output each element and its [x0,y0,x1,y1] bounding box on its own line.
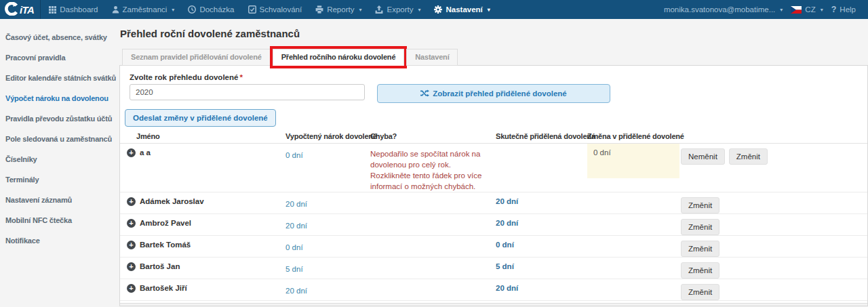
check-icon [248,5,256,14]
year-form: Zvolte rok přehledu dovolené* Zobrazit p [120,66,867,105]
main-content: Přehled roční dovolené zaměstnanců Sezna… [119,19,868,307]
error-text: Nepodařilo se spočítat nárok na dovoleno… [370,144,496,192]
year-input[interactable] [130,84,365,100]
expand-row-icon[interactable]: + [127,306,136,306]
employee-name: Bartek Tomáš [140,241,191,249]
sidebar-item-employee-fields[interactable]: Pole sledovaná u zaměstnanců [0,129,119,149]
row-buttons: NeměnitZměnit [681,144,867,165]
keep-button[interactable]: Neměnit [681,148,725,165]
expand-row-icon[interactable]: + [127,197,136,206]
user-icon [112,5,119,14]
expand-row-icon[interactable]: + [127,219,136,228]
column-header: Chyba? [370,132,496,140]
table-row: + a a 0 dní Nepodařilo se spočítat nárok… [120,144,867,192]
change-cell [587,279,681,284]
error-text [370,236,496,241]
change-button[interactable]: Změnit [681,284,719,300]
change-button[interactable]: Změnit [681,306,719,306]
chevron-down-icon: ▾ [359,7,361,13]
help-label: Help [840,5,856,14]
chevron-down-icon: ▾ [780,7,783,13]
nav-item-approvals[interactable]: Schvalování [241,0,309,19]
help-link[interactable]: ? Help [827,5,860,14]
chevron-down-icon: ▾ [821,7,823,13]
sidebar-item-vacation-entitlement[interactable]: Výpočet nároku na dovolenou [0,88,119,108]
clock-icon [188,5,196,14]
nav-item-reports[interactable]: Reporty ▾ [309,0,368,19]
column-header: Změna v přidělené dovolené [587,132,681,140]
question-icon: ? [831,5,837,14]
sidebar-item-time-account[interactable]: Časový účet, absence, svátky [0,27,119,47]
table-body: + a a 0 dní Nepodařilo se spočítat nárok… [120,144,867,306]
actual-allocated-value: 20 dní [496,214,587,227]
tab-panel: ‹ Zvolte rok přehledu dovolené* [119,65,868,306]
actual-allocated-value: 20 dní [496,192,587,205]
employee-name: Bartoš Jan [140,262,180,270]
expand-row-icon[interactable]: + [127,262,136,271]
calculated-entitlement-link[interactable]: 20 dní [285,287,307,295]
user-email-label: monika.svatonova@mobatime... [664,5,775,14]
change-button[interactable]: Změnit [729,148,768,165]
calculated-entitlement-link[interactable]: 20 dní [285,200,307,208]
table-row: + Bartošek Jiří 20 dní 20 dní Změnit [120,279,867,301]
sidebar-item-enumerations[interactable]: Číselníky [0,149,119,169]
actual-allocated-value: 0 dní [496,236,587,249]
change-button[interactable]: Změnit [681,197,719,213]
calculated-entitlement-link[interactable]: 5 dní [285,265,303,273]
tab-annual-entitlement[interactable]: Přehled ročního nároku dovolené [273,49,405,66]
export-icon [375,5,383,14]
tab-rules-list[interactable]: Seznam pravidel přidělování dovolené [122,49,271,66]
expand-row-icon[interactable]: + [127,148,136,157]
sidebar-item-holiday-calendar-editor[interactable]: Editor kalendáře státních svátků [0,68,119,88]
change-cell [587,236,681,241]
grid-icon [49,6,56,14]
nav-item-label: Zaměstnanci [123,5,167,14]
navbar-menu: Dashboard Zaměstnanci ▾ Docházka Schvalo… [42,0,497,19]
calculated-entitlement-link[interactable]: 20 dní [285,222,307,230]
expand-row-icon[interactable]: + [127,284,136,293]
table-row: + Ambrož Pavel 20 dní 20 dní Změnit [120,214,867,236]
expand-row-icon[interactable]: + [127,241,136,249]
submit-changes-button[interactable]: Odeslat změny v přidělené dovolené [125,109,276,127]
chevron-down-icon: ▾ [418,7,420,13]
gear-icon [434,5,442,14]
tab-settings[interactable]: Nastavení [406,49,458,66]
sidebar-item-terminals[interactable]: Terminály [0,169,119,190]
sidebar-item-nfc-reader[interactable]: Mobilní NFC čtečka [0,210,119,230]
collapse-sidebar-toggle[interactable]: ‹ [119,110,120,125]
change-cell [587,192,681,197]
column-header: Jméno [127,132,285,140]
table-row: + Bartek Tomáš 0 dní 0 dní Změnit [120,236,867,258]
sidebar-item-notifications[interactable]: Notifikace [0,230,119,251]
calculated-entitlement-link[interactable]: 0 dní [285,243,303,251]
app-name: iTA [20,4,34,16]
language-menu[interactable]: CZ ▾ [787,5,827,14]
app-logo[interactable]: iTA [0,0,41,19]
nav-item-attendance[interactable]: Docházka [181,0,241,19]
calculated-entitlement-link[interactable]: 0 dní [285,151,303,159]
sidebar-item-balance-transfer-rules[interactable]: Pravidla převodu zůstatku účtů [0,108,119,129]
sidebar-item-record-settings[interactable]: Nastavení záznamů [0,190,119,210]
printer-icon [315,5,323,14]
nav-item-label: Dashboard [60,5,98,14]
change-button[interactable]: Změnit [681,219,719,235]
error-text [370,192,496,197]
logo-icon [5,2,18,17]
row-buttons: Změnit [681,236,867,257]
error-text [370,279,496,284]
change-button[interactable]: Změnit [681,241,719,257]
change-button[interactable]: Změnit [681,262,719,279]
column-header: Vypočtený nárok dovolené [285,132,370,140]
actual-allocated-value [496,144,587,148]
sidebar-item-work-rules[interactable]: Pracovní pravidla [0,47,119,68]
nav-item-exports[interactable]: Exporty ▾ [368,0,427,19]
nav-item-settings[interactable]: Nastavení ▾ [427,0,496,19]
show-overview-button[interactable]: Zobrazit přehled přidělené dovolené [377,84,610,103]
employee-name: Beneda Boris [140,306,190,306]
user-menu[interactable]: monika.svatonova@mobatime... ▾ [660,5,787,14]
employee-name: a a [140,148,151,157]
navbar-right: monika.svatonova@mobatime... ▾ CZ ▾ ? He… [660,0,868,19]
table-footer [120,303,867,306]
nav-item-dashboard[interactable]: Dashboard [42,0,104,19]
nav-item-employees[interactable]: Zaměstnanci ▾ [105,0,182,19]
